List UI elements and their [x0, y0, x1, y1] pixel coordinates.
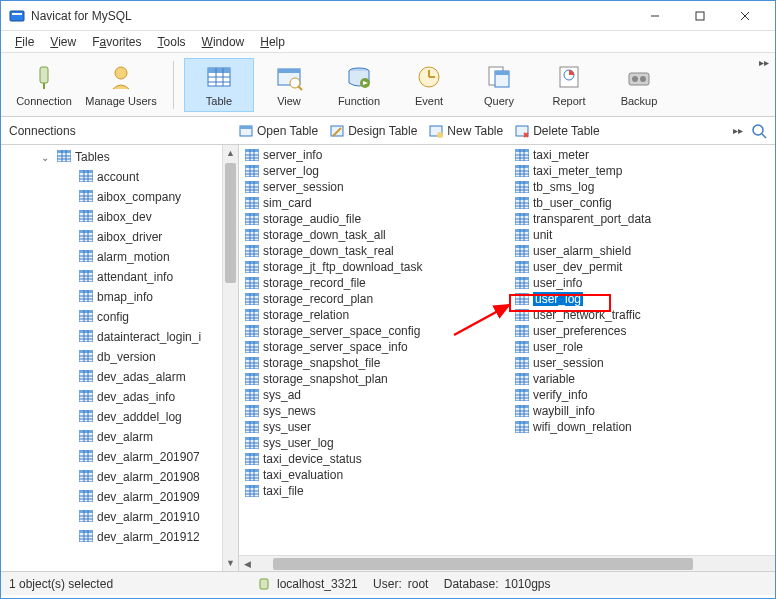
- table-item[interactable]: storage_server_space_info: [239, 339, 509, 355]
- table-item[interactable]: storage_snapshot_plan: [239, 371, 509, 387]
- table-icon: [515, 197, 529, 209]
- table-item[interactable]: user_info: [509, 275, 775, 291]
- connection-button[interactable]: Connection: [9, 58, 79, 112]
- tree-item[interactable]: dev_adas_info: [1, 387, 238, 407]
- tree-item[interactable]: account: [1, 167, 238, 187]
- tree-item[interactable]: bmap_info: [1, 287, 238, 307]
- sidebar-scrollbar[interactable]: ▲ ▼: [222, 145, 238, 571]
- table-item[interactable]: tb_user_config: [509, 195, 775, 211]
- tree-root-tables[interactable]: ⌄Tables: [1, 147, 238, 167]
- svg-rect-129: [79, 430, 93, 433]
- table-item[interactable]: taxi_evaluation: [239, 467, 509, 483]
- menu-favorites[interactable]: Favorites: [86, 35, 147, 49]
- tree-item[interactable]: dev_alarm_201910: [1, 507, 238, 527]
- search-icon[interactable]: [751, 123, 767, 139]
- content-horizontal-scrollbar[interactable]: ◀: [239, 555, 775, 571]
- delete-table-button[interactable]: Delete Table: [515, 124, 600, 138]
- table-item[interactable]: storage_audio_file: [239, 211, 509, 227]
- tree-item[interactable]: dev_alarm_201912: [1, 527, 238, 547]
- table-item[interactable]: storage_down_task_all: [239, 227, 509, 243]
- menu-view[interactable]: View: [44, 35, 82, 49]
- tree-item[interactable]: db_version: [1, 347, 238, 367]
- table-item[interactable]: variable: [509, 371, 775, 387]
- table-item[interactable]: sim_card: [239, 195, 509, 211]
- design-table-button[interactable]: Design Table: [330, 124, 417, 138]
- manage-users-button[interactable]: Manage Users: [79, 58, 163, 112]
- tree-item-label: dev_adas_alarm: [97, 370, 186, 384]
- table-item[interactable]: user_session: [509, 355, 775, 371]
- table-item[interactable]: taxi_file: [239, 483, 509, 499]
- table-item[interactable]: server_info: [239, 147, 509, 163]
- table-item[interactable]: storage_record_file: [239, 275, 509, 291]
- table-item[interactable]: taxi_meter_temp: [509, 163, 775, 179]
- table-item[interactable]: user_alarm_shield: [509, 243, 775, 259]
- new-table-button[interactable]: New Table: [429, 124, 503, 138]
- scroll-left-icon[interactable]: ◀: [239, 559, 255, 569]
- scroll-up-icon[interactable]: ▲: [223, 145, 238, 161]
- toolbar-overflow-icon[interactable]: ▸▸: [759, 57, 769, 68]
- tree-item[interactable]: attendant_info: [1, 267, 238, 287]
- scroll-down-icon[interactable]: ▼: [223, 555, 238, 571]
- query-button[interactable]: Query: [464, 58, 534, 112]
- tree-item[interactable]: dev_alarm_201908: [1, 467, 238, 487]
- table-item[interactable]: user_role: [509, 339, 775, 355]
- close-button[interactable]: [722, 2, 767, 30]
- table-item[interactable]: tb_sms_log: [509, 179, 775, 195]
- table-item[interactable]: storage_down_task_real: [239, 243, 509, 259]
- table-icon: [245, 485, 259, 497]
- table-item[interactable]: server_session: [239, 179, 509, 195]
- tree-item[interactable]: dev_adas_alarm: [1, 367, 238, 387]
- table-item[interactable]: unit: [509, 227, 775, 243]
- view-button[interactable]: View: [254, 58, 324, 112]
- table-item[interactable]: sys_ad: [239, 387, 509, 403]
- collapse-icon[interactable]: ⌄: [41, 152, 53, 163]
- table-item[interactable]: user_log: [509, 291, 775, 307]
- table-item[interactable]: user_network_traffic: [509, 307, 775, 323]
- tree-item[interactable]: aibox_company: [1, 187, 238, 207]
- tree-item[interactable]: dev_alarm_201907: [1, 447, 238, 467]
- backup-button[interactable]: Backup: [604, 58, 674, 112]
- table-item[interactable]: storage_record_plan: [239, 291, 509, 307]
- table-item[interactable]: sys_user: [239, 419, 509, 435]
- event-button[interactable]: Event: [394, 58, 464, 112]
- menu-window[interactable]: Window: [196, 35, 251, 49]
- menu-help[interactable]: Help: [254, 35, 291, 49]
- table-item[interactable]: sys_user_log: [239, 435, 509, 451]
- tree-item[interactable]: alarm_motion: [1, 247, 238, 267]
- table-item[interactable]: verify_info: [509, 387, 775, 403]
- table-item[interactable]: server_log: [239, 163, 509, 179]
- function-button[interactable]: Function: [324, 58, 394, 112]
- tree-item[interactable]: dev_alarm: [1, 427, 238, 447]
- report-button[interactable]: Report: [534, 58, 604, 112]
- menu-tools[interactable]: Tools: [152, 35, 192, 49]
- table-button[interactable]: Table: [184, 58, 254, 112]
- hscroll-thumb[interactable]: [273, 558, 693, 570]
- table-item[interactable]: storage_snapshot_file: [239, 355, 509, 371]
- table-item[interactable]: storage_server_space_config: [239, 323, 509, 339]
- tree-item[interactable]: datainteract_login_i: [1, 327, 238, 347]
- table-item[interactable]: wifi_down_relation: [509, 419, 775, 435]
- open-table-button[interactable]: Open Table: [239, 124, 318, 138]
- scroll-thumb[interactable]: [225, 163, 236, 283]
- table-item[interactable]: storage_relation: [239, 307, 509, 323]
- table-item[interactable]: transparent_port_data: [509, 211, 775, 227]
- table-item[interactable]: user_dev_permit: [509, 259, 775, 275]
- tree-item[interactable]: config: [1, 307, 238, 327]
- tree-item[interactable]: dev_adddel_log: [1, 407, 238, 427]
- main-area: ⌄Tablesaccountaibox_companyaibox_devaibo…: [1, 145, 775, 571]
- table-item[interactable]: sys_news: [239, 403, 509, 419]
- table-icon: [79, 310, 93, 324]
- maximize-button[interactable]: [677, 2, 722, 30]
- table-item[interactable]: waybill_info: [509, 403, 775, 419]
- tree-item[interactable]: aibox_driver: [1, 227, 238, 247]
- menu-file[interactable]: File: [9, 35, 40, 49]
- table-item-label: storage_jt_ftp_download_task: [263, 260, 422, 274]
- table-item[interactable]: user_preferences: [509, 323, 775, 339]
- tree-item[interactable]: aibox_dev: [1, 207, 238, 227]
- sub-overflow-icon[interactable]: ▸▸: [733, 125, 743, 136]
- minimize-button[interactable]: [632, 2, 677, 30]
- table-item[interactable]: taxi_device_status: [239, 451, 509, 467]
- table-item[interactable]: taxi_meter: [509, 147, 775, 163]
- tree-item[interactable]: dev_alarm_201909: [1, 487, 238, 507]
- table-item[interactable]: storage_jt_ftp_download_task: [239, 259, 509, 275]
